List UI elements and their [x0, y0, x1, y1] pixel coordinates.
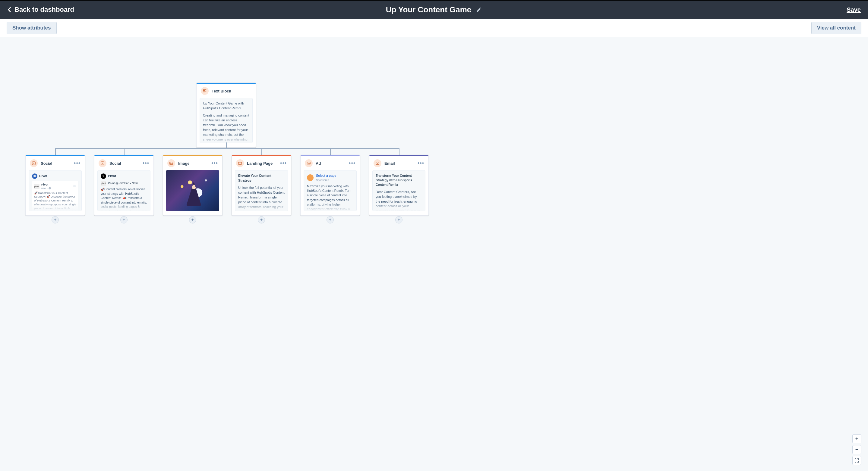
- node-menu-button[interactable]: •••: [143, 160, 149, 167]
- browser-icon: [236, 159, 244, 167]
- connector: [261, 148, 262, 155]
- node-menu-button[interactable]: •••: [349, 160, 355, 167]
- node-type-label: Image: [178, 161, 208, 166]
- node-body: Up Your Content Game with HubSpot's Cont…: [199, 98, 253, 143]
- zoom-out-button[interactable]: −: [852, 445, 861, 454]
- connector: [124, 148, 125, 155]
- connector: [399, 148, 400, 155]
- child-node-landing-page[interactable]: Landing Page ••• Elevate Your Content St…: [231, 155, 291, 215]
- node-menu-button[interactable]: •••: [211, 160, 218, 167]
- globe-icon: [49, 187, 51, 190]
- brand-name: Pivot: [39, 174, 47, 178]
- svg-point-11: [170, 163, 171, 163]
- svg-text:#: #: [33, 162, 35, 165]
- node-type-label: Email: [384, 161, 414, 166]
- email-text: Dear Content Creators, Are you feeling o…: [376, 190, 422, 211]
- generated-image: [166, 170, 219, 211]
- node-type-label: Text Block: [212, 89, 251, 93]
- x-icon: 𝕏: [101, 173, 106, 179]
- post-text: 🚀Transform Your Content Strategy! 🚀 Disc…: [34, 191, 76, 211]
- inner-time: now: [41, 187, 46, 190]
- node-menu-button[interactable]: •••: [74, 160, 81, 167]
- add-child-button[interactable]: +: [327, 216, 334, 224]
- child-node-social-x[interactable]: # Social ••• 𝕏 Pivot pivot Pivot @Pivots…: [94, 155, 154, 215]
- node-body: [166, 170, 219, 211]
- logo-icon: pivot: [34, 184, 39, 189]
- dot: •: [47, 187, 48, 190]
- add-child-button[interactable]: +: [189, 216, 196, 224]
- connector: [55, 148, 399, 149]
- logo-icon: pivot: [101, 181, 106, 186]
- connector: [226, 142, 227, 148]
- edit-title-icon[interactable]: [476, 7, 482, 13]
- node-body: 𝕏 Pivot pivot Pivot @Pivotslc • Now 🚀Con…: [97, 170, 150, 211]
- back-to-dashboard-link[interactable]: Back to dashboard: [7, 6, 74, 13]
- svg-text:#: #: [102, 162, 103, 165]
- child-node-image[interactable]: Image •••: [163, 155, 222, 215]
- post-menu-icon[interactable]: •••: [73, 184, 76, 188]
- child-node-email[interactable]: Email ••• Transform Your Content Strateg…: [369, 155, 429, 215]
- linkedin-icon: in: [32, 173, 37, 179]
- ad-avatar: [307, 174, 314, 181]
- lp-title: Elevate Your Content Strategy: [238, 173, 285, 183]
- node-menu-button[interactable]: •••: [417, 160, 424, 167]
- node-body: Transform Your Content Strategy with Hub…: [372, 170, 425, 211]
- connector: [330, 148, 331, 155]
- connector: [193, 148, 193, 155]
- lp-text: Unlock the full potential of your conten…: [238, 186, 285, 211]
- view-all-content-button[interactable]: View all content: [811, 22, 861, 34]
- root-para1: Creating and managing content can feel l…: [203, 113, 249, 142]
- text-block-icon: [201, 87, 209, 95]
- inner-brand: Pivot: [41, 183, 51, 187]
- ad-select-page-link[interactable]: Select a page: [316, 173, 336, 178]
- brand-name: Pivot: [108, 174, 116, 178]
- node-type-label: Ad: [316, 161, 346, 166]
- child-node-ad[interactable]: AD Ad ••• Select a page Sponsored Maximi…: [300, 155, 360, 215]
- node-menu-button[interactable]: •••: [280, 160, 287, 167]
- fullscreen-button[interactable]: [852, 456, 861, 465]
- save-button[interactable]: Save: [846, 6, 861, 13]
- connector: [55, 148, 56, 155]
- node-type-label: Social: [110, 161, 140, 166]
- hash-icon: #: [30, 159, 38, 167]
- node-body: Elevate Your Content Strategy Unlock the…: [235, 170, 288, 211]
- child-node-social-linkedin[interactable]: # Social ••• in Pivot pivot Pivot now •: [25, 155, 85, 215]
- canvas[interactable]: Text Block Up Your Content Game with Hub…: [0, 37, 868, 470]
- svg-text:AD: AD: [308, 163, 310, 164]
- add-child-button[interactable]: +: [52, 216, 59, 224]
- add-child-button[interactable]: +: [395, 216, 402, 224]
- top-bar: Back to dashboard Up Your Content Game S…: [0, 0, 868, 19]
- node-type-label: Landing Page: [247, 161, 277, 166]
- node-body: Select a page Sponsored Maximize your ma…: [304, 170, 356, 211]
- chevron-left-icon: [7, 6, 12, 13]
- show-attributes-button[interactable]: Show attributes: [7, 22, 57, 34]
- post-text: 🚀Content creators, revolutionize your st…: [101, 187, 147, 211]
- page-title: Up Your Content Game: [386, 5, 471, 14]
- email-title: Transform Your Content Strategy with Hub…: [376, 173, 422, 187]
- root-title: Up Your Content Game with HubSpot's Cont…: [203, 101, 249, 111]
- zoom-controls: + −: [852, 434, 861, 465]
- back-label: Back to dashboard: [14, 6, 74, 13]
- sponsored-label: Sponsored: [316, 178, 336, 182]
- mail-icon: [374, 159, 381, 167]
- ad-icon: AD: [305, 159, 313, 167]
- hash-icon: #: [99, 159, 106, 167]
- root-node-text-block[interactable]: Text Block Up Your Content Game with Hub…: [196, 82, 256, 147]
- add-child-button[interactable]: +: [258, 216, 265, 224]
- toolbar: Show attributes View all content: [0, 19, 868, 37]
- node-body: in Pivot pivot Pivot now • •••: [29, 170, 82, 211]
- image-icon: [167, 159, 175, 167]
- add-child-button[interactable]: +: [120, 216, 127, 224]
- svg-rect-12: [239, 162, 242, 165]
- zoom-in-button[interactable]: +: [852, 434, 861, 443]
- node-type-label: Social: [41, 161, 71, 166]
- ad-text: Maximize your marketing with HubSpot's C…: [307, 184, 353, 211]
- handle: Pivot @Pivotslc • Now: [108, 181, 138, 186]
